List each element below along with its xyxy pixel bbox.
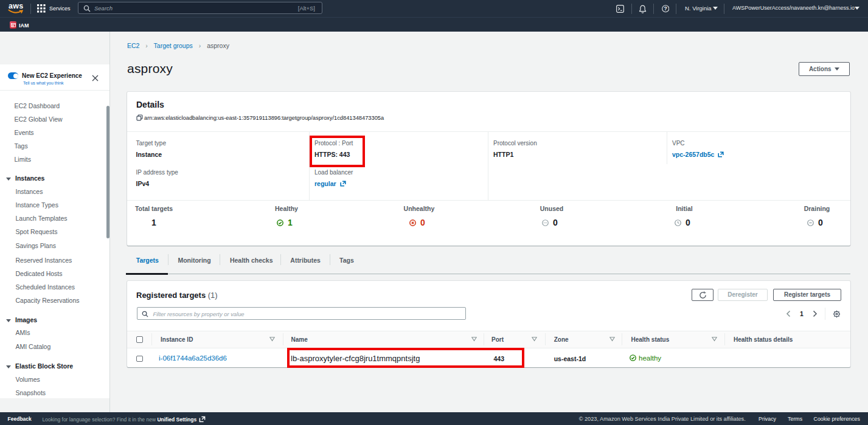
svg-text:?: ?	[664, 5, 667, 12]
